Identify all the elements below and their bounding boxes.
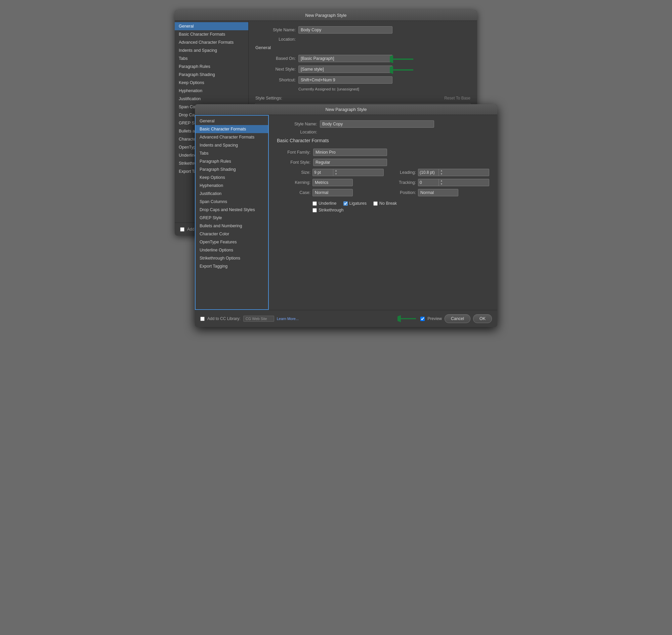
- back-shortcut-input[interactable]: [298, 76, 393, 84]
- front-position-select[interactable]: Normal: [418, 189, 458, 196]
- front-preview-checkbox[interactable]: [420, 317, 425, 321]
- back-general-section: General: [255, 45, 470, 50]
- front-sidebar-item-underline[interactable]: Underline Options: [196, 246, 268, 254]
- front-sidebar-item-bullets[interactable]: Bullets and Numbering: [196, 222, 268, 230]
- front-sidebar-item-tabs[interactable]: Tabs: [196, 149, 268, 157]
- front-size-input[interactable]: [313, 169, 333, 176]
- front-sidebar-item-advanced-char[interactable]: Advanced Character Formats: [196, 133, 268, 141]
- front-add-to-cc-label: Add to CC Library:: [207, 316, 241, 321]
- front-leading-up[interactable]: ▲: [439, 169, 444, 172]
- front-tracking-down[interactable]: ▼: [439, 182, 444, 186]
- front-underline-checkbox[interactable]: [312, 201, 317, 206]
- green-arrow-next-style: [390, 64, 417, 76]
- front-position-label: Position:: [386, 190, 416, 195]
- back-sidebar-item-advanced-char[interactable]: Advanced Character Formats: [175, 38, 248, 46]
- front-font-style-select[interactable]: Regular: [313, 159, 387, 166]
- front-kerning-select[interactable]: Metrics: [312, 179, 353, 186]
- back-sidebar-item-basic-char[interactable]: Basic Character Formats: [175, 30, 248, 38]
- front-tracking-up[interactable]: ▲: [439, 179, 444, 182]
- front-sidebar-item-opentype[interactable]: OpenType Features: [196, 238, 268, 246]
- front-sidebar-item-grep[interactable]: GREP Style: [196, 214, 268, 222]
- front-case-position-row: Case: Normal Position: Normal: [277, 189, 489, 196]
- front-sidebar-item-export[interactable]: Export Tagging: [196, 262, 268, 270]
- green-arrow-based-on: [390, 53, 417, 65]
- front-font-style-label: Font Style:: [277, 160, 311, 165]
- front-sidebar-item-indents[interactable]: Indents and Spacing: [196, 141, 268, 149]
- front-no-break-checkbox[interactable]: [373, 201, 378, 206]
- front-ok-button[interactable]: OK: [473, 314, 492, 323]
- front-style-name-label: Style Name:: [277, 122, 317, 126]
- front-strikethrough-checkbox[interactable]: [312, 208, 317, 213]
- front-leading-spinners: ▲ ▼: [439, 169, 444, 176]
- front-font-style-row: Font Style: Regular: [277, 159, 489, 166]
- front-add-to-cc-checkbox[interactable]: [200, 317, 205, 321]
- front-case-label: Case:: [277, 190, 311, 195]
- front-no-break-label: No Break: [373, 201, 397, 206]
- front-font-family-select[interactable]: Minion Pro: [313, 149, 387, 156]
- front-preview-label: Preview: [427, 316, 442, 321]
- back-sidebar-item-justification[interactable]: Justification: [175, 95, 248, 103]
- back-sidebar-item-keep[interactable]: Keep Options: [175, 79, 248, 87]
- front-dialog: New Paragraph Style General Basic Charac…: [195, 104, 497, 327]
- back-reset-btn[interactable]: Reset To Base: [444, 96, 470, 101]
- front-font-family-row: Font Family: Minion Pro: [277, 149, 489, 156]
- front-sidebar-item-hyphenation[interactable]: Hyphenation: [196, 181, 268, 190]
- front-kerning-label: Kerning:: [277, 180, 311, 185]
- front-leading-down[interactable]: ▼: [439, 172, 444, 176]
- back-sidebar-item-para-shading[interactable]: Paragraph Shading: [175, 71, 248, 79]
- front-ligatures-label: Ligatures: [343, 201, 366, 206]
- back-location-row: Location:: [255, 37, 470, 42]
- front-style-name-input[interactable]: [320, 121, 434, 128]
- front-cancel-button[interactable]: Cancel: [445, 314, 470, 323]
- front-font-style-wrap: Regular: [313, 159, 387, 166]
- front-strikethrough-text: Strikethrough: [318, 208, 343, 213]
- back-next-style-select[interactable]: [Same style]: [298, 66, 393, 73]
- front-size-down[interactable]: ▼: [333, 172, 339, 176]
- front-sidebar-item-para-shading[interactable]: Paragraph Shading: [196, 166, 268, 173]
- back-based-on-row: Based On: [Basic Paragraph]: [255, 55, 470, 62]
- front-cc-library-select[interactable]: CG Web Site: [243, 316, 274, 322]
- front-learn-more-link[interactable]: Learn More...: [277, 317, 299, 321]
- front-sidebar-item-general[interactable]: General: [196, 117, 268, 125]
- front-size-label: Size:: [277, 170, 311, 175]
- back-dialog-titlebar: New Paragraph Style: [175, 10, 477, 21]
- front-kerning-wrap: Metrics: [312, 179, 384, 186]
- front-sidebar-item-dropcaps[interactable]: Drop Caps and Nested Styles: [196, 206, 268, 214]
- front-sidebar-item-basic-char[interactable]: Basic Character Formats: [196, 125, 268, 133]
- back-add-to-cc-checkbox[interactable]: [180, 227, 184, 232]
- back-style-name-input[interactable]: [298, 26, 393, 34]
- front-dialog-title: New Paragraph Style: [326, 107, 367, 112]
- front-no-break-text: No Break: [379, 201, 397, 206]
- front-sidebar-item-strikethrough[interactable]: Strikethrough Options: [196, 254, 268, 262]
- front-size-up[interactable]: ▲: [333, 169, 339, 172]
- back-sidebar-item-para-rules[interactable]: Paragraph Rules: [175, 63, 248, 71]
- front-leading-input[interactable]: [418, 169, 439, 176]
- back-next-style-row: Next Style: [Same style]: [255, 66, 470, 73]
- back-based-on-select[interactable]: [Basic Paragraph]: [298, 55, 393, 62]
- back-sidebar-item-indents[interactable]: Indents and Spacing: [175, 46, 248, 54]
- front-leading-label: Leading:: [386, 170, 416, 175]
- front-sidebar-item-para-rules[interactable]: Paragraph Rules: [196, 157, 268, 166]
- back-sidebar-item-tabs[interactable]: Tabs: [175, 54, 248, 63]
- front-leading-input-wrap: ▲ ▼: [418, 169, 489, 176]
- front-case-select[interactable]: Normal: [312, 189, 353, 196]
- front-sidebar-item-justification[interactable]: Justification: [196, 190, 268, 198]
- front-sidebar-item-keep[interactable]: Keep Options: [196, 173, 268, 181]
- front-sidebar-item-span[interactable]: Span Columns: [196, 198, 268, 206]
- front-position-wrap: Normal: [418, 189, 489, 196]
- back-shortcut-label: Shortcut:: [255, 78, 296, 82]
- front-sidebar: General Basic Character Formats Advanced…: [195, 115, 269, 310]
- front-ligatures-checkbox[interactable]: [343, 201, 348, 206]
- front-underline-text: Underline: [318, 201, 337, 206]
- front-underline-label: Underline: [312, 201, 337, 206]
- front-tracking-input[interactable]: [418, 179, 439, 186]
- front-dialog-titlebar: New Paragraph Style: [195, 104, 497, 115]
- front-font-family-wrap: Minion Pro: [313, 149, 387, 156]
- back-sidebar-item-hyphenation[interactable]: Hyphenation: [175, 87, 248, 95]
- front-size-leading-row: Size: ▲ ▼ Leading: ▲ ▼: [277, 169, 489, 176]
- back-style-name-label: Style Name:: [255, 27, 296, 32]
- front-sidebar-item-char-color[interactable]: Character Color: [196, 230, 268, 238]
- front-case-wrap: Normal: [312, 189, 384, 196]
- back-sidebar-item-general[interactable]: General: [175, 22, 248, 30]
- back-dialog-title: New Paragraph Style: [306, 13, 347, 18]
